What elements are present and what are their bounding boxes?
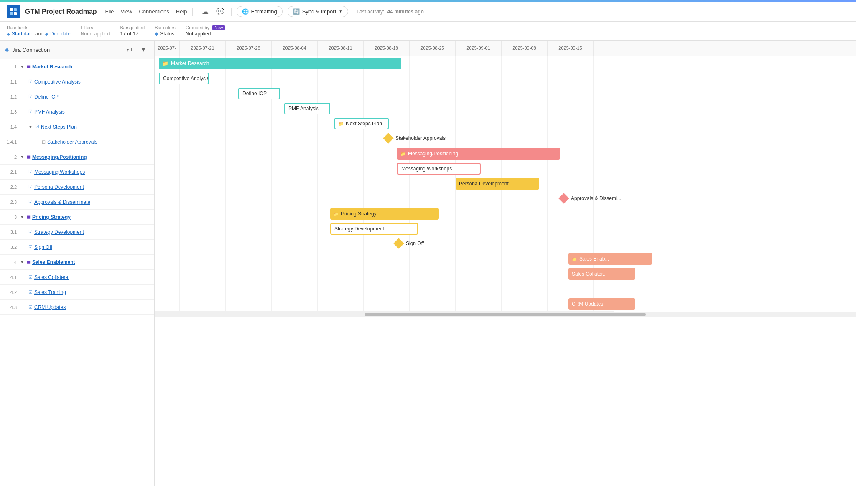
nav-divider-2 bbox=[231, 8, 232, 16]
row-label[interactable]: CRM Updates bbox=[34, 304, 66, 310]
table-row: 2.1 ☑ Messaging Workshops bbox=[0, 165, 154, 180]
gantt-bar-pmf-analysis[interactable]: PMF Analysis bbox=[284, 103, 330, 114]
filters-label: Filters bbox=[81, 25, 110, 30]
app-title: GTM Project Roadmap bbox=[25, 8, 97, 15]
gantt-bar-define-icp[interactable]: Define ICP bbox=[238, 88, 280, 99]
gantt-row: 📁 Pricing Strategy bbox=[155, 206, 614, 221]
row-label[interactable]: Messaging/Positioning bbox=[32, 154, 87, 160]
bar-label: Sales Collater... bbox=[572, 271, 607, 277]
gantt-milestone-approvals[interactable]: Approvals & Dissemi... bbox=[560, 195, 622, 202]
table-row: 2.2 ☑ Persona Development bbox=[0, 180, 154, 195]
gantt-bar-competitive-analysis[interactable]: Competitive Analysis bbox=[159, 73, 209, 84]
checkbox-icon: ☑ bbox=[28, 109, 33, 114]
filters-none: None applied bbox=[81, 31, 110, 37]
table-row: 4.1 ☑ Sales Collateral bbox=[0, 270, 154, 285]
caret-icon[interactable]: ▼ bbox=[20, 215, 24, 219]
grouped-by-value: Not applied bbox=[186, 31, 225, 37]
gantt-col-header: 2025-08-04 bbox=[272, 41, 318, 56]
gantt-col-header: 2025-09-01 bbox=[456, 41, 502, 56]
row-label[interactable]: Next Steps Plan bbox=[41, 124, 77, 130]
gantt-bar-sales-collateral[interactable]: Sales Collater... bbox=[568, 268, 635, 280]
checkbox-icon: ☑ bbox=[28, 304, 33, 310]
filters-value: None applied bbox=[81, 31, 110, 37]
row-label[interactable]: Sales Enablement bbox=[32, 259, 75, 265]
gantt-bar-pricing-strategy[interactable]: 📁 Pricing Strategy bbox=[330, 208, 439, 220]
gantt-col-header: 2025-08-11 bbox=[318, 41, 364, 56]
bar-label: PMF Analysis bbox=[288, 106, 319, 111]
toolbar: Date fields ◆ Start date and ◆ Due date … bbox=[0, 22, 856, 41]
table-row: 1.3 ☑ PMF Analysis bbox=[0, 104, 154, 119]
caret-icon[interactable]: ▼ bbox=[20, 260, 24, 264]
gantt-col-header: 2025-07-21 bbox=[180, 41, 226, 56]
checkbox-icon: ☑ bbox=[28, 244, 33, 250]
tag-icon-btn[interactable]: 🏷 bbox=[123, 44, 135, 56]
grouped-by-label: Grouped by New bbox=[186, 25, 225, 30]
row-label[interactable]: Persona Development bbox=[34, 184, 84, 190]
gantt-milestone-stakeholder[interactable]: Stakeholder Approvals bbox=[385, 134, 446, 142]
cloud-icon-btn[interactable]: ☁ bbox=[199, 6, 211, 18]
gantt-bar-persona-development[interactable]: Persona Development bbox=[456, 178, 539, 190]
gantt-bar-next-steps-plan[interactable]: 📁 Next Steps Plan bbox=[334, 118, 389, 129]
grouped-by-new-badge: New bbox=[212, 25, 225, 30]
bar-label: Strategy Development bbox=[334, 226, 384, 232]
row-label[interactable]: Market Research bbox=[32, 64, 72, 70]
gantt-milestone-signoff[interactable]: Sign Off bbox=[395, 240, 424, 247]
grouped-by-none: Not applied bbox=[186, 31, 211, 37]
gantt-bar-market-research[interactable]: 📁 Market Research bbox=[159, 58, 401, 69]
caret-icon[interactable]: ▼ bbox=[28, 124, 33, 129]
gantt-area[interactable]: 2025-07- 2025-07-21 2025-07-28 2025-08-0… bbox=[155, 41, 856, 486]
table-row: 2 ▼ ◼ Messaging/Positioning bbox=[0, 149, 154, 165]
bar-colors-label: Bar colors bbox=[155, 25, 176, 30]
row-label[interactable]: Sales Collateral bbox=[34, 274, 69, 280]
checkbox-icon: ☑ bbox=[28, 79, 33, 84]
milestone-label: Approvals & Dissemi... bbox=[571, 195, 622, 201]
checkbox-icon: ☑ bbox=[28, 94, 33, 99]
gantt-bar-messaging-workshops[interactable]: Messaging Workshops bbox=[397, 163, 481, 175]
row-label[interactable]: Stakeholder Approvals bbox=[47, 139, 97, 145]
row-label[interactable]: Sales Training bbox=[34, 289, 66, 295]
row-label[interactable]: Strategy Development bbox=[34, 229, 84, 235]
checkbox-icon: ☑ bbox=[28, 229, 33, 235]
date-fields-value[interactable]: ◆ Start date and ◆ Due date bbox=[7, 31, 71, 37]
gantt-col-header: 2025-07- bbox=[155, 41, 180, 56]
row-label[interactable]: Messaging Workshops bbox=[34, 169, 85, 175]
table-row: 1.1 ☑ Competitive Analysis bbox=[0, 74, 154, 89]
folder-icon: ◼ bbox=[27, 64, 31, 69]
row-label[interactable]: Competitive Analysis bbox=[34, 79, 81, 85]
row-label[interactable]: Define ICP bbox=[34, 94, 59, 100]
scrollbar-thumb[interactable] bbox=[365, 313, 645, 316]
table-row: 1.4 ▼ ☑ Next Steps Plan bbox=[0, 119, 154, 134]
nav-file[interactable]: File bbox=[105, 8, 114, 15]
bar-label: Messaging/Positioning bbox=[408, 151, 458, 157]
status-diamond-icon: ◆ bbox=[155, 31, 158, 37]
milestone-diamond-pink-icon bbox=[558, 193, 569, 203]
jira-diamond-icon: ◆ bbox=[5, 47, 9, 53]
gantt-bar-sales-enablement[interactable]: 📁 Sales Enab... bbox=[568, 253, 652, 265]
gantt-scrollbar[interactable] bbox=[155, 312, 856, 317]
row-label[interactable]: PMF Analysis bbox=[34, 109, 65, 115]
row-label[interactable]: Pricing Strategy bbox=[32, 214, 71, 220]
formatting-button[interactable]: 🌐 Formatting bbox=[237, 6, 283, 17]
row-label[interactable]: Approvals & Disseminate bbox=[34, 199, 90, 205]
caret-icon[interactable]: ▼ bbox=[20, 64, 24, 69]
gantt-bar-strategy-development[interactable]: Strategy Development bbox=[330, 223, 418, 235]
checkbox-icon: ☑ bbox=[28, 169, 33, 175]
nav-view[interactable]: View bbox=[121, 8, 132, 15]
gantt-row bbox=[155, 281, 614, 296]
gantt-bar-crm-updates[interactable]: CRM Updates bbox=[568, 298, 635, 310]
row-label[interactable]: Sign Off bbox=[34, 244, 52, 250]
filters-section[interactable]: Filters None applied bbox=[81, 25, 110, 37]
bar-label: Market Research bbox=[171, 61, 209, 66]
nav-help[interactable]: Help bbox=[176, 8, 187, 15]
grouped-by-section[interactable]: Grouped by New Not applied bbox=[186, 25, 225, 37]
gantt-col-header: 2025-09-08 bbox=[502, 41, 548, 56]
bars-plotted-section: Bars plotted 17 of 17 bbox=[120, 25, 145, 37]
filter-icon-btn[interactable]: ▼ bbox=[138, 44, 149, 56]
table-row: 1 ▼ ◼ Market Research bbox=[0, 59, 154, 74]
bar-colors-section[interactable]: Bar colors ◆ Status bbox=[155, 25, 176, 37]
caret-icon[interactable]: ▼ bbox=[20, 154, 24, 159]
nav-connections[interactable]: Connections bbox=[139, 8, 169, 15]
gantt-bar-messaging-positioning[interactable]: 📁 Messaging/Positioning bbox=[397, 148, 560, 160]
sync-import-button[interactable]: 🔄 Sync & Import ▼ bbox=[288, 6, 349, 17]
comment-icon-btn[interactable]: 💬 bbox=[214, 6, 226, 18]
